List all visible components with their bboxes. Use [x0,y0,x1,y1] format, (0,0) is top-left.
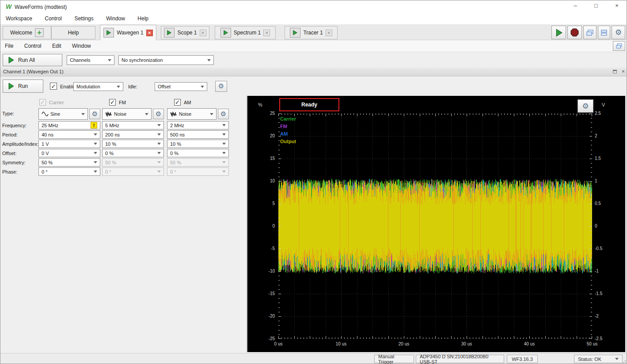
am-period-value: 500 ns [170,132,222,137]
channels-dropdown[interactable]: Channels [67,55,114,65]
menu-settings[interactable]: Settings [69,13,99,24]
am-type-dropdown[interactable]: Noise [167,108,217,120]
float-panel-icon[interactable] [613,70,617,73]
fm-offset-field[interactable]: 0 % [102,149,164,157]
offset-row-label: Offset: [2,151,16,156]
tab-scope-close-icon[interactable]: × [200,30,206,36]
tab-wavegen-close-icon[interactable]: × [146,30,153,36]
minimize-button[interactable]: – [569,2,582,11]
maximize-button[interactable]: □ [589,2,603,11]
channel-header: Channel 1 (Wavegen Out 1) × [0,68,627,76]
version-indicator[interactable]: WF3.16.3 [507,355,538,363]
channel-options-button[interactable]: ⚙ [215,81,227,92]
run-button[interactable]: Run [3,80,43,93]
x-tick-5: 50 us [579,341,605,346]
carrier-type-options-button[interactable]: ⚙ [89,109,100,119]
add-instrument-icon[interactable]: + [35,28,44,37]
menu-wavegen-window[interactable]: Window [68,40,95,52]
legend-output: Output [280,138,296,145]
carrier-type-dropdown[interactable]: Sine [38,108,88,120]
carrier-symmetry-field[interactable]: 50 % [38,158,100,167]
tab-help-label: Help [68,30,79,36]
tab-tracer-close-icon[interactable]: × [326,30,332,36]
manual-trigger-button[interactable]: Manual Trigger [374,355,414,363]
resize-grip[interactable] [621,360,626,363]
amplitude-row-label: Amplitude/Index: [2,141,38,147]
status-dropdown[interactable]: Status: OK [574,355,623,363]
am-frequency-field[interactable]: 2 MHz [167,121,229,129]
fm-period-field[interactable]: 200 ns [102,130,164,139]
carrier-period-field[interactable]: 40 ns [38,130,100,139]
menu-control[interactable]: Control [39,13,67,24]
chevron-down-icon [145,113,148,115]
undock-window-button[interactable] [613,41,625,51]
tab-scope[interactable]: Scope 1 × [161,26,209,39]
fm-amplitude-field[interactable]: 10 % [102,140,164,148]
run-all-button[interactable]: Run All [3,54,62,66]
tab-tracer-label: Tracer 1 [303,30,323,36]
am-checkbox[interactable]: ✓ [174,99,181,106]
tab-spectrum-close-icon[interactable]: × [263,30,270,36]
channels-value: Channels [70,57,108,63]
tile-windows-button[interactable] [598,26,610,39]
fm-type-dropdown[interactable]: Noise [102,108,152,120]
fm-column-label: FM [119,100,126,105]
am-amplitude-field[interactable]: 10 % [167,140,229,148]
tab-tracer[interactable]: Tracer 1 × [285,26,338,39]
am-frequency-value: 2 MHz [170,123,222,128]
enable-checkbox[interactable]: ✓ [50,83,57,90]
plot-canvas[interactable] [278,114,592,339]
tab-welcome[interactable]: Welcome + [3,26,51,39]
idle-dropdown[interactable]: Offset [155,82,207,91]
close-panel-icon[interactable]: × [622,68,625,75]
app-options-button[interactable]: ⚙ [612,26,625,39]
plot-options-button[interactable]: ⚙ [578,99,593,113]
synchronization-value: No synchronization [122,57,207,63]
carrier-frequency-field[interactable]: 25 MHz ! [38,121,100,129]
y-left-tick-5: 0 [255,224,275,228]
y-right-tick-7: -1 [595,269,614,273]
fm-symmetry-field: 50 % [102,158,164,167]
main-menubar: Workspace Control Settings Window Help [0,13,627,24]
run-all-instruments-button[interactable] [551,26,566,39]
menu-window[interactable]: Window [101,13,130,24]
carrier-phase-value: 0 ° [42,169,94,174]
carrier-offset-field[interactable]: 0 V [38,149,100,157]
stop-all-instruments-button[interactable] [567,26,582,39]
am-period-field[interactable]: 500 ns [167,130,229,139]
menu-file[interactable]: File [0,40,18,52]
menu-wavegen-control[interactable]: Control [20,40,46,52]
device-selector[interactable]: ADP3450 D SN:210018B200B0 USB-ST [416,355,504,363]
menu-help[interactable]: Help [132,13,154,24]
y-right-tick-9: -2 [595,314,614,318]
cascade-windows-button[interactable] [583,26,597,39]
fm-frequency-field[interactable]: 5 MHz [102,121,164,129]
chevron-down-icon [157,161,161,163]
type-row-label: Type: [2,111,14,116]
fm-type-options-button[interactable]: ⚙ [153,109,164,119]
carrier-amplitude-field[interactable]: 1 V [38,140,100,148]
mode-dropdown[interactable]: Modulation [73,82,123,91]
close-button[interactable]: × [610,2,623,11]
fm-frequency-value: 5 MHz [105,123,157,128]
am-type-value: Noise [179,111,208,117]
menu-edit[interactable]: Edit [48,40,66,52]
tab-help[interactable]: Help [51,26,95,39]
fm-checkbox[interactable]: ✓ [109,99,116,106]
phase-row-label: Phase: [2,169,17,174]
fm-period-value: 200 ns [105,132,157,137]
am-offset-value: 0 % [170,151,222,156]
am-phase-field: 0 ° [167,167,229,176]
gear-icon: ⚙ [156,111,161,118]
am-type-options-button[interactable]: ⚙ [218,109,229,119]
carrier-phase-field[interactable]: 0 ° [38,167,100,176]
channel-controls: Run ✓ Enable Modulation Idle: Offset ⚙ [0,76,627,96]
am-offset-field[interactable]: 0 % [167,149,229,157]
tab-spectrum[interactable]: Spectrum 1 × [215,26,276,39]
y-right-tick-5: 0 [595,224,614,228]
chevron-down-icon [222,152,226,154]
tab-wavegen[interactable]: Wavegen 1 × [100,25,156,40]
x-tick-2: 20 us [391,341,417,346]
menu-workspace[interactable]: Workspace [0,13,38,24]
synchronization-dropdown[interactable]: No synchronization [118,55,214,65]
